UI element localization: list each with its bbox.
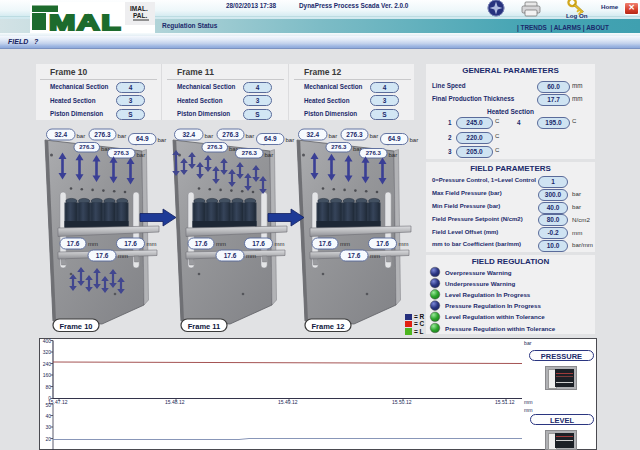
svg-text:mm: mm [524,399,533,405]
svg-text:bar: bar [524,340,532,346]
svg-text:mm: mm [524,407,533,413]
svg-text:15.50.12: 15.50.12 [392,399,412,405]
svg-text:80: 80 [45,384,51,390]
svg-text:30: 30 [45,424,51,430]
svg-text:240: 240 [43,361,52,367]
svg-text:320: 320 [43,349,52,355]
svg-text:15.48.12: 15.48.12 [165,399,185,405]
svg-text:160: 160 [43,372,52,378]
svg-text:MAL: MAL [49,10,122,33]
svg-text:Frame 11: Frame 11 [188,322,221,331]
svg-text:IMAL.: IMAL. [130,5,148,12]
svg-text:Frame 12: Frame 12 [312,322,345,331]
svg-text:400: 400 [43,338,52,344]
svg-text:15.49.12: 15.49.12 [278,399,298,405]
svg-text:15.51.12: 15.51.12 [495,399,515,405]
svg-text:PAL.: PAL. [133,12,148,19]
svg-text:40: 40 [45,413,51,419]
svg-text:20: 20 [45,436,51,442]
svg-text:Frame 10: Frame 10 [60,322,93,331]
